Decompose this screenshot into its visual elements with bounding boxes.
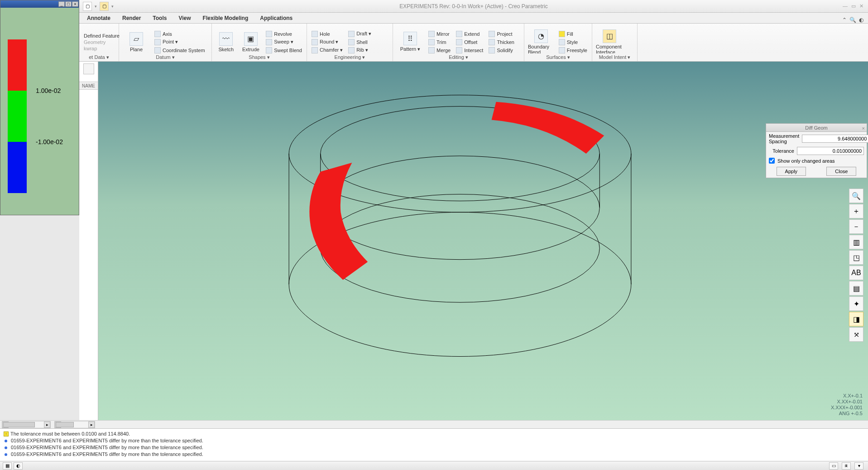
minimize-icon[interactable]: — — [843, 3, 848, 9]
diff-geom-title: Diff Geom× — [766, 124, 867, 132]
group-get-data[interactable]: et Data ▾ — [79, 53, 119, 61]
tab-tools[interactable]: Tools — [147, 13, 173, 23]
hole-button[interactable]: Hole — [310, 30, 345, 38]
status-bar: ▦ ◐ ▭ ⛯ ▾ — [0, 461, 868, 470]
tolerance-input[interactable] — [797, 147, 864, 155]
model-tree-panel: NAME — [79, 62, 98, 420]
group-datum[interactable]: Datum ▾ — [119, 53, 212, 61]
plane-button[interactable]: ▱Plane — [122, 31, 151, 53]
tab-render[interactable]: Render — [116, 13, 147, 23]
legend-blue-block — [8, 142, 27, 193]
zoom-out-icon[interactable]: － — [849, 219, 863, 234]
svg-point-4 — [321, 194, 600, 302]
zoom-in-icon[interactable]: ＋ — [849, 204, 863, 218]
qat-button-1[interactable]: ▢ — [83, 2, 92, 11]
extend-button[interactable]: Extend — [454, 30, 485, 38]
repaint-icon[interactable]: ▥ — [849, 235, 863, 249]
sweep-button[interactable]: Sweep ▾ — [264, 39, 304, 46]
qat-drop-2[interactable]: ▾ — [111, 4, 114, 9]
boundary-blend-button[interactable]: ◔Boundary Blend — [527, 29, 555, 56]
tab-annotate[interactable]: Annotate — [81, 13, 116, 23]
mirror-button[interactable]: Mirror — [427, 30, 452, 38]
info-icon — [5, 440, 7, 442]
geometry-filter-icon[interactable]: ⛯ — [842, 462, 851, 470]
thicken-button[interactable]: Thicken — [487, 39, 516, 46]
offset-button[interactable]: Offset — [454, 39, 485, 46]
annotation-display-icon[interactable]: AB — [849, 266, 863, 280]
datum-display-icon[interactable]: ▤ — [849, 281, 863, 296]
coordinate-system-button[interactable]: Coordinate System — [153, 47, 207, 54]
axis-button[interactable]: Axis — [153, 30, 207, 38]
shrinkwrap-button[interactable]: kwrap — [82, 45, 116, 52]
panel-close-icon[interactable]: × — [862, 124, 865, 132]
search-icon[interactable]: 🔍 — [849, 17, 856, 23]
group-model-intent[interactable]: Model Intent ▾ — [592, 53, 638, 61]
round-button[interactable]: Round ▾ — [310, 39, 345, 46]
status-btn-2[interactable]: ◐ — [14, 462, 23, 470]
help-icon[interactable]: ◐ — [859, 17, 863, 23]
solidify-button[interactable]: Solidify — [487, 47, 516, 54]
group-shapes[interactable]: Shapes ▾ — [212, 53, 307, 61]
ribbon-group-labels: et Data ▾ Datum ▾ Shapes ▾ Engineering ▾… — [79, 53, 868, 62]
zoom-fit-icon[interactable]: 🔍 — [849, 189, 863, 203]
tab-view[interactable]: View — [173, 13, 197, 23]
ribbon-min-icon[interactable]: ⌃ — [842, 17, 847, 23]
fill-button[interactable]: Fill — [557, 30, 589, 38]
graphics-viewport[interactable]: X.X+-0.1X.XX+-0.01X.XXX+-0.001ANG +-0.5 … — [98, 62, 868, 420]
spacing-label: Measurement Spacing — [769, 133, 799, 144]
legend-maximize-icon[interactable]: □ — [65, 1, 72, 7]
legend-green-block — [8, 91, 27, 142]
message-line: 01659-EXPERIMENT6 and EXPERIMENT5 differ… — [11, 444, 203, 451]
legend-titlebar[interactable]: _ □ × — [0, 0, 79, 8]
view-toolbar: 🔍 ＋ － ▥ ◳ AB ▤ ✦ ◨ ⤧ — [849, 189, 865, 342]
group-engineering[interactable]: Engineering ▾ — [307, 53, 393, 61]
axis-display-icon[interactable]: ✦ — [849, 296, 863, 311]
chamfer-button[interactable]: Chamfer ▾ — [310, 47, 345, 54]
shell-button[interactable]: Shell — [346, 39, 373, 46]
revolve-button[interactable]: Revolve — [264, 30, 304, 38]
group-surfaces[interactable]: Surfaces ▾ — [524, 53, 592, 61]
user-defined-feature-button[interactable]: Defined Feature — [82, 33, 116, 39]
freestyle-button[interactable]: Freestyle — [557, 47, 589, 54]
draft-button[interactable]: Draft ▾ — [346, 30, 373, 38]
tree-scrollbar[interactable]: ◂▸ — [2, 421, 51, 428]
ribbon-tabs: Annotate Render Tools View Flexible Mode… — [79, 13, 868, 24]
maximize-icon[interactable]: ▭ — [851, 3, 856, 9]
tree-scrollbar-2[interactable]: ◂▸ — [54, 421, 95, 428]
merge-button[interactable]: Merge — [427, 47, 452, 54]
csys-display-icon[interactable]: ⤧ — [849, 327, 863, 342]
close-button[interactable]: Close — [826, 167, 856, 176]
legend-close-icon[interactable]: × — [72, 1, 78, 7]
tolerance-label: Tolerance — [769, 148, 794, 154]
window-buttons: — ▭ ✕ — [843, 3, 868, 9]
display-style-icon[interactable]: ◳ — [849, 250, 863, 265]
extrude-button[interactable]: ▣Extrude — [240, 31, 263, 53]
apply-button[interactable]: Apply — [777, 167, 806, 176]
style-button[interactable]: Style — [557, 39, 589, 46]
tab-applications[interactable]: Applications — [254, 13, 298, 23]
quick-access-toolbar: ▢ ▾ ▢ ▾ — [79, 2, 114, 11]
qat-button-2[interactable]: ▢ — [100, 2, 109, 11]
rib-button[interactable]: Rib ▾ — [346, 47, 373, 54]
tree-options-icon[interactable] — [83, 63, 94, 74]
swept-blend-button[interactable]: Swept Blend — [264, 47, 304, 54]
filter-menu-icon[interactable]: ▾ — [854, 462, 863, 470]
status-btn-1[interactable]: ▦ — [3, 462, 12, 470]
show-changed-checkbox[interactable] — [769, 158, 775, 164]
component-interface-button[interactable]: ◫Component Interface — [595, 29, 624, 56]
point-button[interactable]: Point ▾ — [153, 39, 207, 46]
selection-filter-icon[interactable]: ▭ — [829, 462, 838, 470]
group-editing[interactable]: Editing ▾ — [393, 53, 524, 61]
legend-minimize-icon[interactable]: _ — [58, 1, 65, 7]
sketch-button[interactable]: 〰Sketch — [215, 31, 238, 53]
copy-geometry-button[interactable]: Geometry — [82, 39, 116, 45]
trim-button[interactable]: Trim — [427, 39, 452, 46]
intersect-button[interactable]: Intersect — [454, 47, 485, 54]
qat-drop-1[interactable]: ▾ — [95, 4, 97, 9]
spacing-input[interactable] — [802, 135, 868, 143]
point-display-icon[interactable]: ◨ — [849, 312, 863, 326]
project-button[interactable]: Project — [487, 30, 516, 38]
tab-flexible-modeling[interactable]: Flexible Modeling — [197, 13, 254, 23]
close-icon[interactable]: ✕ — [859, 3, 863, 9]
pattern-button[interactable]: ⠿Pattern ▾ — [396, 31, 425, 53]
